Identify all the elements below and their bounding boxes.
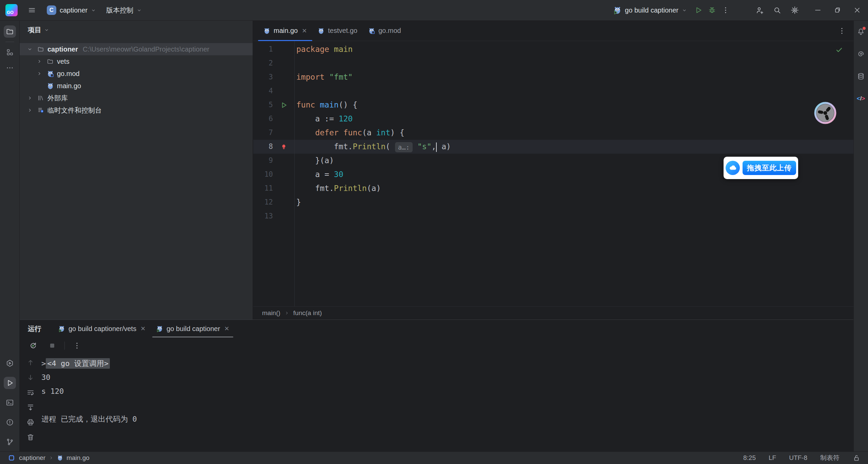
prev-occurrence-button[interactable] (26, 359, 35, 367)
caret-position[interactable]: 8:25 (743, 454, 756, 462)
code-line-1[interactable]: 1package main (253, 42, 853, 56)
editor-tab-testvet.go[interactable]: testvet.go (312, 21, 363, 41)
tree-item[interactable]: go.mod (20, 67, 253, 80)
code-line-6[interactable]: 6 a := 120 (253, 112, 853, 126)
tree-item[interactable]: vets (20, 55, 253, 67)
project-panel-header[interactable]: 项目 (20, 21, 253, 39)
run-config-gopher-icon (613, 6, 622, 14)
debug-button[interactable] (705, 3, 719, 17)
git-tool-button[interactable] (4, 436, 16, 448)
code-line-5[interactable]: 5func main() { (253, 98, 853, 112)
code-line-3[interactable]: 3import "fmt" (253, 70, 853, 84)
close-tab-icon[interactable]: ✕ (140, 325, 145, 332)
tree-item[interactable]: 临时文件和控制台 (20, 104, 253, 116)
clear-console-button[interactable] (26, 433, 35, 441)
more-tool-windows-button[interactable] (4, 62, 16, 74)
code-with-me-button[interactable] (753, 3, 766, 17)
tree-item[interactable]: 外部库 (20, 92, 253, 104)
editor-tab-go.mod[interactable]: go.mod (363, 21, 407, 41)
search-everywhere-button[interactable] (770, 3, 784, 17)
chevron-down-icon[interactable] (26, 46, 34, 52)
services-tool-button[interactable] (4, 357, 16, 369)
run-tool-button[interactable] (4, 377, 16, 389)
close-tab-icon[interactable]: ✕ (302, 27, 307, 35)
stop-button[interactable] (45, 339, 59, 352)
project-panel-title: 项目 (28, 25, 41, 35)
settings-button[interactable] (788, 3, 802, 17)
print-button[interactable] (26, 418, 35, 426)
token: 120 (339, 114, 353, 123)
encoding-indicator[interactable]: UTF-8 (789, 454, 807, 462)
rerun-button[interactable] (26, 339, 40, 352)
restore-button[interactable] (830, 3, 845, 18)
vcs-widget-label: 版本控制 (106, 6, 133, 15)
token: Println (334, 184, 367, 193)
chevron-right-icon[interactable] (35, 71, 43, 76)
editor-tab-main.go[interactable]: main.go✕ (258, 21, 312, 41)
token: int (376, 128, 390, 137)
scroll-to-end-button[interactable] (26, 403, 35, 411)
run-gutter-icon[interactable] (273, 101, 294, 109)
soft-wrap-button[interactable] (26, 388, 35, 397)
code-text: a = 30 (294, 168, 343, 181)
tab-options-button[interactable] (835, 24, 849, 38)
tree-item[interactable]: captionerC:\Users\meowr\GolandProjects\c… (20, 43, 253, 55)
assistant-overlay-button[interactable] (814, 102, 836, 124)
vcs-widget[interactable]: 版本控制 (106, 6, 142, 15)
ai-assistant-button[interactable] (855, 48, 867, 60)
drag-upload-widget[interactable]: 拖拽至此上传 (724, 157, 798, 179)
indent-indicator[interactable]: 制表符 (820, 453, 840, 462)
line-ending-indicator[interactable]: LF (769, 454, 776, 462)
lock-icon[interactable] (852, 454, 861, 462)
drag-upload-button[interactable]: 拖拽至此上传 (743, 161, 796, 175)
run-button[interactable] (692, 3, 705, 17)
notifications-button[interactable] (855, 25, 867, 38)
code-text: fmt.Println(a) (294, 181, 381, 195)
console-toolbar (20, 354, 41, 451)
chevron-right-icon[interactable] (26, 108, 34, 113)
breadcrumb-item[interactable]: main() (262, 309, 280, 317)
error-bulb-icon[interactable] (273, 143, 294, 150)
status-file[interactable]: main.go (66, 454, 90, 462)
structure-tool-button[interactable] (4, 46, 16, 58)
close-button[interactable] (850, 3, 865, 18)
run-toolbar (20, 337, 853, 354)
inspections-ok-icon[interactable] (835, 46, 843, 54)
problems-tool-button[interactable] (4, 416, 16, 428)
terminal-tool-button[interactable] (4, 397, 16, 409)
chevron-down-icon (137, 8, 142, 13)
console-output[interactable]: ><4 go 设置调用>30s 120 进程 已完成，退出代码为 0 (41, 354, 853, 451)
run-tab[interactable]: go build captioner✕ (151, 320, 235, 337)
line-number: 10 (253, 168, 273, 181)
code-line-8[interactable]: 8 fmt.Println( a…: "s", a) (253, 140, 853, 154)
next-occurrence-button[interactable] (26, 373, 35, 382)
code-line-4[interactable]: 4 (253, 84, 853, 98)
minimize-button[interactable] (810, 3, 825, 18)
project-tool-button[interactable] (4, 25, 16, 38)
fold-expander[interactable]: > (41, 359, 46, 368)
code-line-2[interactable]: 2 (253, 56, 853, 70)
console-more-button[interactable] (70, 339, 84, 352)
breadcrumb-item[interactable]: func(a int) (293, 309, 322, 317)
status-project[interactable]: captioner (19, 454, 45, 462)
code-line-12[interactable]: 12} (253, 195, 853, 209)
folded-command[interactable]: <4 go 设置调用> (46, 358, 110, 369)
main-menu-button[interactable] (25, 3, 39, 17)
gutter-separator (294, 41, 295, 306)
code-line-13[interactable]: 13 (253, 209, 853, 223)
gopher-mod-icon (46, 70, 54, 77)
chevron-right-icon[interactable] (26, 95, 34, 101)
close-tab-icon[interactable]: ✕ (224, 325, 229, 332)
database-button[interactable] (855, 70, 867, 82)
more-actions-button[interactable] (719, 3, 732, 17)
run-configuration-selector[interactable]: go build captioner (613, 6, 687, 14)
code-line-11[interactable]: 11 fmt.Println(a) (253, 181, 853, 195)
run-tab[interactable]: go build captioner/vets✕ (53, 320, 151, 337)
code-tags-button[interactable]: </> (855, 93, 867, 105)
code-text: defer func(a int) { (294, 126, 405, 140)
chevron-right-icon[interactable] (35, 59, 43, 64)
tree-item[interactable]: main.go (20, 80, 253, 92)
project-widget[interactable]: C captioner (47, 5, 96, 15)
line-number: 12 (253, 195, 273, 209)
code-line-7[interactable]: 7 defer func(a int) { (253, 126, 853, 140)
